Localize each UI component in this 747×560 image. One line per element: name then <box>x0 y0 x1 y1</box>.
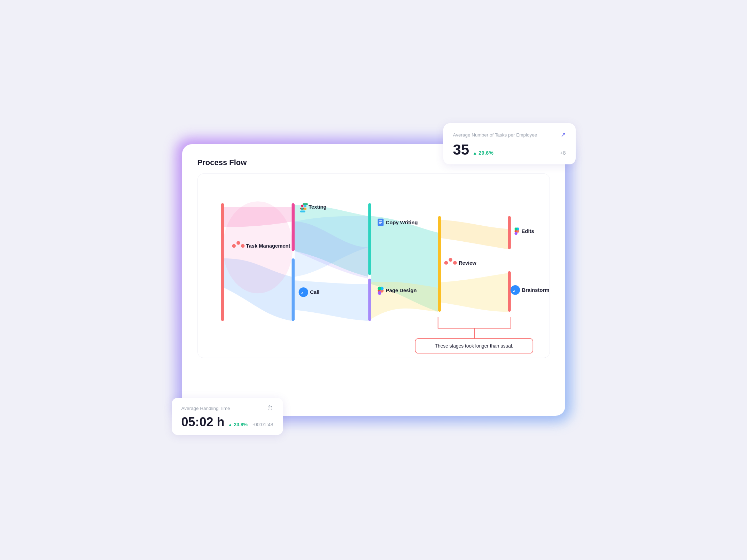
svg-rect-6 <box>301 205 303 207</box>
main-card: Average Number of Tasks per Employee ↗ 3… <box>182 144 565 416</box>
svg-rect-13 <box>379 222 382 223</box>
stat-card-handling-time: Average Handling Time ⏱ 05:02 h ▲ 23.8% … <box>172 398 283 435</box>
stat-tasks-pct-value: 29.6% <box>478 150 493 156</box>
stat-tasks-label-text: Average Number of Tasks per Employee <box>453 132 537 138</box>
zoom-icon-call: Z <box>301 291 303 295</box>
node-review: Review <box>444 258 476 266</box>
stat-handling-label-text: Average Handling Time <box>181 406 230 411</box>
label-brainstorming: Brainstorming <box>522 287 549 293</box>
svg-point-27 <box>514 227 517 230</box>
col5-top-bar <box>508 216 511 249</box>
up-arrow-handling-icon: ▲ <box>228 422 233 427</box>
stat-card-tasks: Average Number of Tasks per Employee ↗ 3… <box>443 123 576 164</box>
flow-svg: Task Management Texting <box>198 174 550 358</box>
flow-review-brainstorming <box>441 273 508 312</box>
stat-handling-label: Average Handling Time ⏱ <box>181 405 273 412</box>
svg-point-25 <box>514 232 517 235</box>
flow-call-pagedesign <box>294 280 368 321</box>
flow-review-edits <box>441 220 508 249</box>
trend-up-icon: ↗ <box>561 131 566 139</box>
svg-rect-12 <box>379 220 382 221</box>
svg-rect-14 <box>379 224 381 224</box>
stat-tasks-label: Average Number of Tasks per Employee ↗ <box>453 131 566 139</box>
svg-point-19 <box>378 287 381 290</box>
zoom-icon-brainstorming: Z <box>513 289 515 293</box>
svg-point-17 <box>378 291 381 295</box>
node-edits: Edits <box>514 227 534 235</box>
stat-handling-pct: ▲ 23.8% <box>228 422 248 427</box>
up-arrow-icon: ▲ <box>473 150 477 156</box>
stat-tasks-row: 35 ▲ 29.6% +8 <box>453 141 566 158</box>
col2-bot-bar <box>291 258 294 321</box>
stat-handling-pct-value: 23.8% <box>234 422 248 427</box>
stat-tasks-value: 35 <box>453 141 469 158</box>
svg-point-10 <box>298 287 308 297</box>
stat-handling-delta: -00:01:48 <box>252 422 273 427</box>
col3-bot-bar <box>368 279 371 321</box>
svg-rect-8 <box>301 208 303 210</box>
label-edits: Edits <box>521 228 534 234</box>
col4-bar <box>438 216 441 312</box>
left-bar <box>221 203 224 321</box>
svg-point-22 <box>453 261 457 265</box>
svg-point-2 <box>241 244 244 248</box>
svg-rect-4 <box>300 211 305 212</box>
label-task-management: Task Management <box>246 243 290 249</box>
svg-point-0 <box>232 244 236 248</box>
stat-handling-row: 05:02 h ▲ 23.8% -00:01:48 <box>181 415 273 429</box>
label-copy-writing: Copy Writing <box>386 220 418 225</box>
node-brainstorming: Z Brainstorming <box>510 285 549 295</box>
timer-icon: ⏱ <box>267 405 273 412</box>
tooltip-text: These stages took longer than usual. <box>435 343 513 349</box>
svg-rect-7 <box>304 205 306 207</box>
label-call: Call <box>310 289 319 295</box>
stat-handling-value: 05:02 h <box>181 415 225 429</box>
svg-rect-9 <box>304 208 306 210</box>
label-texting: Texting <box>309 204 326 210</box>
svg-point-20 <box>444 261 448 265</box>
svg-point-21 <box>449 258 452 262</box>
label-review: Review <box>458 260 476 266</box>
label-page-design: Page Design <box>386 288 417 293</box>
flow-diagram: Task Management Texting <box>197 173 550 358</box>
col5-bot-bar <box>508 271 511 312</box>
bracket-arc <box>438 317 511 328</box>
svg-point-28 <box>510 285 520 295</box>
stat-tasks-pct: ▲ 29.6% <box>473 150 493 156</box>
outer-wrapper: Average Number of Tasks per Employee ↗ 3… <box>182 144 565 416</box>
col3-top-bar <box>368 203 371 275</box>
svg-point-1 <box>236 241 240 245</box>
stat-tasks-delta: +8 <box>560 150 566 156</box>
